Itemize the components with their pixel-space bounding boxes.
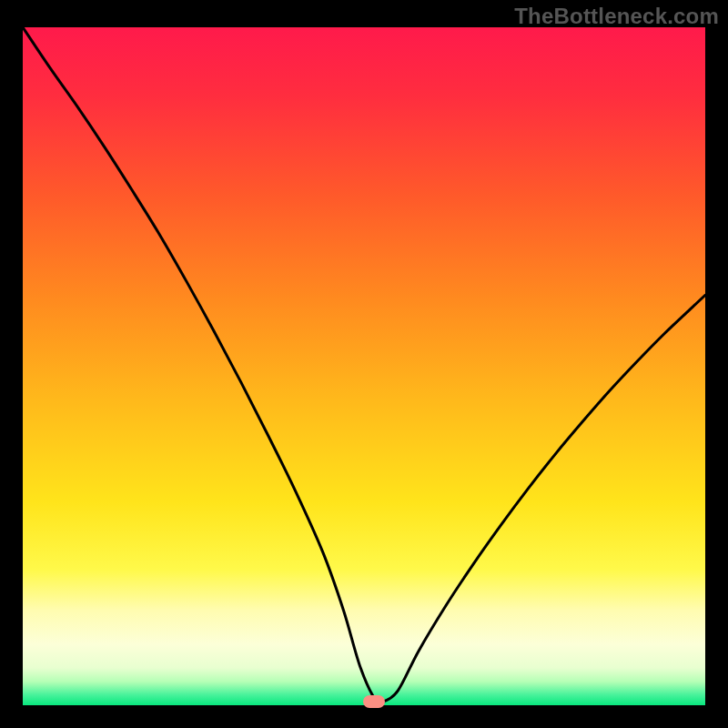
plot-svg <box>23 27 705 705</box>
chart-frame: TheBottleneck.com <box>0 0 728 728</box>
plot-area <box>23 27 705 705</box>
watermark-text: TheBottleneck.com <box>514 4 719 29</box>
minimum-marker <box>363 695 385 708</box>
gradient-background <box>23 27 705 705</box>
